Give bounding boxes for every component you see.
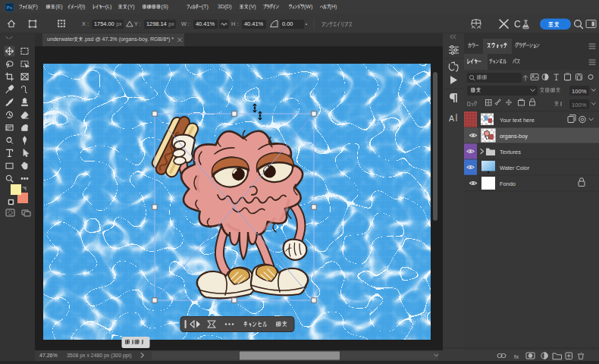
svg-text:(Y): (Y) [127, 4, 134, 10]
svg-text:100%: 100% [572, 88, 587, 95]
svg-text:px: px [168, 20, 174, 27]
svg-text:47.26%: 47.26% [39, 353, 58, 358]
svg-text:40.41%: 40.41% [196, 20, 215, 27]
svg-text:(V): (V) [249, 4, 256, 10]
svg-text:100%: 100% [572, 102, 587, 108]
svg-text:40.41%: 40.41% [244, 20, 263, 27]
svg-text:.psd @ 47.3% (organs-boy, RGB/: .psd @ 47.3% (organs-boy, RGB/8*) * [83, 36, 174, 42]
svg-text:Your text here: Your text here [500, 117, 535, 124]
svg-text:Y :: Y : [134, 20, 141, 27]
svg-text:3D(D): 3D(D) [218, 4, 232, 10]
svg-text:0.00: 0.00 [282, 20, 293, 27]
svg-text:(E): (E) [55, 4, 62, 10]
svg-text:(W): (W) [304, 4, 312, 10]
svg-text:1754.00: 1754.00 [94, 20, 114, 27]
svg-text:C: C [514, 19, 521, 30]
svg-text:Fondo: Fondo [500, 180, 516, 187]
svg-text:(F): (F) [31, 4, 38, 10]
svg-text:3508 px x 2480 px (300 ppi): 3508 px x 2480 px (300 ppi) [67, 353, 131, 359]
svg-text:fx: fx [514, 353, 519, 360]
svg-text:W :: W : [181, 20, 190, 27]
svg-text:(T): (T) [202, 4, 209, 10]
svg-text:H :: H : [231, 20, 238, 27]
svg-text:Water Color: Water Color [500, 165, 530, 171]
svg-text:organs-boy: organs-boy [500, 133, 528, 140]
svg-text:(S): (S) [162, 4, 168, 10]
svg-text:1298.14: 1298.14 [146, 20, 167, 27]
svg-text:underwater: underwater [47, 36, 74, 42]
svg-text:Ps: Ps [7, 5, 13, 10]
svg-text:(H): (H) [330, 4, 337, 10]
svg-text:Textures: Textures [500, 149, 521, 155]
svg-text:(L): (L) [105, 4, 112, 10]
svg-text:X :: X : [82, 20, 89, 27]
svg-text:A: A [449, 114, 454, 123]
svg-text:(I): (I) [80, 4, 86, 10]
svg-text:px: px [116, 20, 122, 27]
